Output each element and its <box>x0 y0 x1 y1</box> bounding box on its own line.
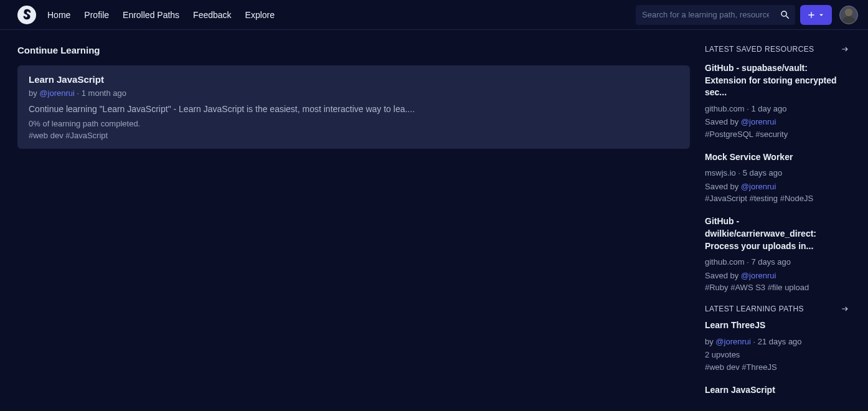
author-link[interactable]: @jorenrui <box>741 182 776 191</box>
saved-item-source: github.com · 7 days ago <box>705 256 851 268</box>
nav-feedback[interactable]: Feedback <box>193 10 231 20</box>
learning-paths-heading: LATEST LEARNING PATHS <box>705 305 804 313</box>
chevron-down-icon <box>817 11 826 19</box>
card-tags: #web dev #JavaScript <box>29 131 679 140</box>
author-link[interactable]: @jorenrui <box>741 271 776 280</box>
nav-profile[interactable]: Profile <box>84 10 109 20</box>
card-title: Learn JavaScript <box>29 74 679 85</box>
saved-item-savedby: Saved by @jorenrui <box>705 270 851 282</box>
author-link[interactable]: @jorenrui <box>741 117 776 126</box>
author-link[interactable]: @jorenrui <box>39 88 75 98</box>
arrow-right-icon <box>839 45 851 54</box>
saved-item-tags: #PostgreSQL #security <box>705 130 851 139</box>
saved-item-source: github.com · 1 day ago <box>705 103 851 115</box>
arrow-right-icon <box>839 305 851 313</box>
topbar: Home Profile Enrolled Paths Feedback Exp… <box>0 0 868 30</box>
path-item-upvotes: 2 upvotes <box>705 349 851 361</box>
logo-icon <box>20 8 34 22</box>
nav-links: Home Profile Enrolled Paths Feedback Exp… <box>47 10 275 20</box>
saved-item-title[interactable]: GitHub - dwilkie/carrierwave_direct: Pro… <box>705 215 851 252</box>
saved-item-tags: #Ruby #AWS S3 #file upload <box>705 283 851 292</box>
plus-icon <box>806 10 816 20</box>
nav-enrolled-paths[interactable]: Enrolled Paths <box>123 10 179 20</box>
saved-see-all[interactable] <box>839 45 851 54</box>
path-item-byline: by @jorenrui · 21 days ago <box>705 336 851 348</box>
paths-see-all[interactable] <box>839 305 851 313</box>
saved-item: GitHub - dwilkie/carrierwave_direct: Pro… <box>705 215 851 292</box>
continue-card[interactable]: Learn JavaScript by @jorenrui · 1 month … <box>17 65 690 149</box>
continue-learning-heading: Continue Learning <box>17 45 690 55</box>
path-item-title[interactable]: Learn JavaScript <box>705 384 851 397</box>
saved-item: GitHub - supabase/vault: Extension for s… <box>705 62 851 139</box>
card-byline: by @jorenrui · 1 month ago <box>29 88 679 98</box>
path-item: Learn ThreeJS by @jorenrui · 21 days ago… <box>705 319 851 372</box>
saved-item-source: mswjs.io · 5 days ago <box>705 167 851 179</box>
saved-item-savedby: Saved by @jorenrui <box>705 181 851 193</box>
search-box <box>636 5 795 25</box>
saved-resources-heading: LATEST SAVED RESOURCES <box>705 45 814 54</box>
path-item: Learn JavaScript <box>705 384 851 397</box>
search-icon <box>780 9 791 21</box>
card-description: Continue learning "Learn JavaScript" - L… <box>29 104 679 114</box>
nav-explore[interactable]: Explore <box>245 10 275 20</box>
saved-item-savedby: Saved by @jorenrui <box>705 116 851 128</box>
path-item-tags: #web dev #ThreeJS <box>705 362 851 372</box>
saved-item-tags: #JavaScript #testing #NodeJS <box>705 194 851 203</box>
card-progress: 0% of learning path completed. <box>29 119 679 128</box>
avatar[interactable] <box>839 6 858 24</box>
create-button[interactable] <box>800 5 832 25</box>
author-link[interactable]: @jorenrui <box>715 337 751 346</box>
search-button[interactable] <box>775 9 795 21</box>
path-item-title[interactable]: Learn ThreeJS <box>705 319 851 332</box>
nav-home[interactable]: Home <box>47 10 70 20</box>
search-input[interactable] <box>636 10 775 19</box>
saved-item-title[interactable]: GitHub - supabase/vault: Extension for s… <box>705 62 851 99</box>
saved-item-title[interactable]: Mock Service Worker <box>705 151 851 164</box>
saved-item: Mock Service Worker mswjs.io · 5 days ag… <box>705 151 851 204</box>
logo[interactable] <box>17 6 36 24</box>
